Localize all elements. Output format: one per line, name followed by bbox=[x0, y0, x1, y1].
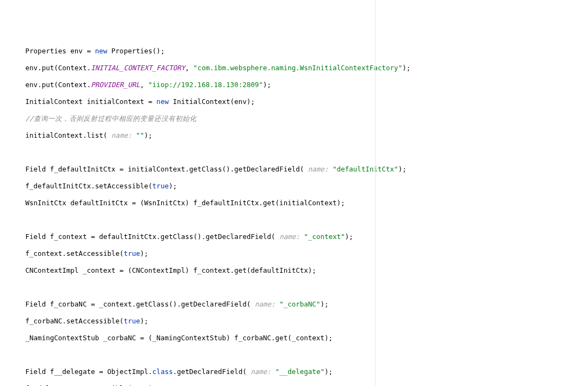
comment: //查询一次，否则反射过程中相应的变量还没有初始化 bbox=[21, 114, 197, 122]
code-line[interactable]: //查询一次，否则反射过程中相应的变量还没有初始化 bbox=[14, 114, 587, 123]
code-text: Field f_defaultInitCtx = initialContext.… bbox=[21, 165, 308, 173]
code-line[interactable]: WsnInitCtx defaultInitCtx = (WsnInitCtx)… bbox=[14, 199, 587, 207]
code-text: f__delegate.setAccessible( bbox=[21, 384, 132, 387]
constant: INITIAL_CONTEXT_FACTORY bbox=[91, 64, 185, 72]
code-line[interactable]: InitialContext initialContext = new Init… bbox=[14, 97, 587, 106]
code-text bbox=[132, 131, 136, 139]
code-line[interactable] bbox=[14, 283, 587, 292]
code-text: env.put(Context. bbox=[21, 64, 91, 72]
code-line[interactable]: f_defaultInitCtx.setAccessible(true); bbox=[14, 182, 587, 191]
string-literal: "iiop://192.168.18.130:2809" bbox=[148, 81, 263, 89]
code-line[interactable]: f__delegate.setAccessible(true); bbox=[14, 384, 587, 387]
code-text bbox=[275, 300, 280, 308]
code-text: ); bbox=[324, 367, 333, 376]
code-line[interactable]: Properties env = new Properties(); bbox=[14, 47, 587, 56]
keyword: true bbox=[124, 249, 140, 258]
code-line[interactable]: initialContext.list( name: ""); bbox=[14, 131, 587, 140]
code-text: , bbox=[185, 64, 193, 72]
code-text: f_defaultInitCtx.setAccessible( bbox=[21, 182, 152, 190]
code-text: env.put(Context. bbox=[21, 81, 91, 89]
keyword: true bbox=[124, 317, 140, 325]
code-line[interactable]: Field f_corbaNC = _context.getClass().ge… bbox=[14, 300, 587, 309]
code-line[interactable]: Field f__delegate = ObjectImpl.class.get… bbox=[14, 367, 587, 376]
code-text: InitialContext initialContext = bbox=[21, 97, 156, 106]
string-literal: "" bbox=[136, 131, 144, 139]
code-text bbox=[271, 367, 275, 376]
code-line[interactable] bbox=[14, 351, 587, 359]
code-text: f_corbaNC.setAccessible( bbox=[21, 317, 124, 325]
code-text: , bbox=[140, 81, 148, 89]
parameter-hint: name: bbox=[250, 367, 271, 376]
code-text: ); bbox=[148, 384, 156, 387]
code-line[interactable]: _NamingContextStub _corbaNC = (_NamingCo… bbox=[14, 334, 587, 342]
code-text: ); bbox=[402, 64, 411, 72]
string-literal: "__delegate" bbox=[275, 367, 324, 376]
keyword: new bbox=[95, 47, 107, 55]
code-line[interactable]: f_corbaNC.setAccessible(true); bbox=[14, 317, 587, 326]
constant: PROVIDER_URL bbox=[91, 81, 140, 89]
keyword: true bbox=[132, 384, 148, 387]
code-text: ); bbox=[140, 317, 148, 325]
code-line[interactable] bbox=[14, 148, 587, 157]
parameter-hint: name: bbox=[279, 232, 300, 241]
code-text: Field f_context = defaultInitCtx.getClas… bbox=[21, 232, 279, 241]
code-line[interactable]: env.put(Context.PROVIDER_URL, "iiop://19… bbox=[14, 81, 587, 89]
code-text: Properties(); bbox=[107, 47, 164, 55]
code-text: Field f__delegate = ObjectImpl. bbox=[21, 367, 152, 376]
code-line[interactable] bbox=[14, 216, 587, 224]
code-text: InitialContext(env); bbox=[169, 97, 255, 106]
code-text: CNContextImpl _context = (CNContextImpl)… bbox=[21, 266, 316, 274]
code-text: ); bbox=[320, 300, 328, 308]
code-text: ); bbox=[144, 131, 152, 139]
code-text: .getDeclaredField( bbox=[173, 367, 250, 376]
code-text: initialContext.list( bbox=[21, 131, 112, 139]
parameter-hint: name: bbox=[255, 300, 275, 308]
code-text: ); bbox=[398, 165, 406, 173]
parameter-hint: name: bbox=[112, 131, 132, 139]
keyword: true bbox=[152, 182, 169, 190]
code-line[interactable]: Field f_context = defaultInitCtx.getClas… bbox=[14, 232, 587, 241]
code-text: Field f_corbaNC = _context.getClass().ge… bbox=[21, 300, 255, 308]
right-margin-line bbox=[375, 0, 376, 386]
string-literal: "_context" bbox=[304, 232, 345, 241]
code-text bbox=[328, 165, 333, 173]
code-line[interactable]: f_context.setAccessible(true); bbox=[14, 249, 587, 258]
string-literal: "_corbaNC" bbox=[279, 300, 320, 308]
code-line[interactable]: env.put(Context.INITIAL_CONTEXT_FACTORY,… bbox=[14, 64, 587, 72]
parameter-hint: name: bbox=[308, 165, 329, 173]
code-text: ); bbox=[345, 232, 353, 241]
code-text: ); bbox=[263, 81, 271, 89]
keyword: new bbox=[156, 97, 169, 106]
code-editor[interactable]: Properties env = new Properties(); env.p… bbox=[0, 34, 588, 386]
string-literal: "com.ibm.websphere.naming.WsnInitialCont… bbox=[193, 64, 402, 72]
code-text: ); bbox=[140, 249, 148, 258]
string-literal: "defaultInitCtx" bbox=[333, 165, 398, 173]
keyword: class bbox=[152, 367, 173, 376]
code-text: _NamingContextStub _corbaNC = (_NamingCo… bbox=[21, 334, 333, 342]
code-text: Properties env = bbox=[21, 47, 95, 55]
code-text: ); bbox=[169, 182, 177, 190]
code-text: WsnInitCtx defaultInitCtx = (WsnInitCtx)… bbox=[21, 199, 345, 207]
code-text: f_context.setAccessible( bbox=[21, 249, 124, 258]
code-line[interactable]: Field f_defaultInitCtx = initialContext.… bbox=[14, 165, 587, 174]
code-line[interactable]: CNContextImpl _context = (CNContextImpl)… bbox=[14, 266, 587, 275]
